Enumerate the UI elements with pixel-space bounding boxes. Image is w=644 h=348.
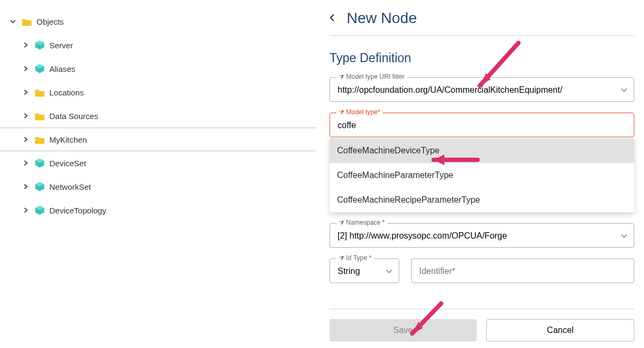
- id-type-input[interactable]: [330, 259, 399, 283]
- model-type-suggestions: CoffeeMachineDeviceType CoffeeMachinePar…: [330, 138, 634, 212]
- namespace-input[interactable]: [330, 224, 634, 247]
- tree-item-label: MyKitchen: [49, 135, 87, 144]
- tree-root-label: Objects: [36, 17, 64, 26]
- suggestion-item[interactable]: CoffeeMachineRecipeParameterType: [330, 188, 634, 212]
- model-type-label-text: Model type*: [346, 108, 380, 116]
- id-type-label: ⧩ Id Type *: [336, 254, 374, 262]
- section-title: Type Definition: [330, 51, 634, 65]
- model-type-input[interactable]: [330, 113, 634, 137]
- chevron-right-icon[interactable]: [19, 206, 32, 214]
- tree-item-label: Data Sources: [49, 112, 98, 121]
- tree-panel: Objects ServerAliasesLocationsData Sourc…: [0, 0, 317, 348]
- chevron-right-icon[interactable]: [19, 159, 32, 167]
- cube-icon: [32, 63, 47, 74]
- cube-icon: [32, 181, 47, 192]
- folder-icon: [32, 87, 47, 97]
- namespace-label-text: Namespace *: [346, 219, 385, 226]
- tree-item[interactable]: Locations: [0, 80, 317, 104]
- save-button[interactable]: Save: [330, 319, 477, 342]
- tree-item-label: Locations: [49, 88, 84, 97]
- model-type-label: ⧩ Model type*: [336, 108, 383, 116]
- filter-icon: ⧩: [339, 255, 344, 262]
- chevron-right-icon[interactable]: [19, 88, 32, 97]
- identifier-field[interactable]: [411, 258, 634, 283]
- tree-item-label: NetworkSet: [49, 182, 91, 191]
- filter-icon: ⧩: [339, 219, 344, 226]
- folder-icon: [32, 111, 47, 121]
- uri-filter-label-text: Model type URI filter: [346, 73, 405, 80]
- chevron-right-icon[interactable]: [19, 64, 32, 73]
- tree-item[interactable]: Server: [0, 33, 317, 57]
- tree-item[interactable]: NetworkSet: [0, 175, 317, 198]
- folder-icon: [19, 17, 34, 26]
- tree-item-label: DeviceSet: [49, 159, 86, 168]
- chevron-right-icon[interactable]: [19, 135, 32, 144]
- filter-icon: ⧩: [339, 73, 344, 80]
- uri-filter-field[interactable]: ⧩ Model type URI filter: [330, 77, 634, 102]
- folder-icon: [32, 135, 47, 144]
- chevron-right-icon[interactable]: [19, 41, 32, 49]
- cube-icon: [32, 158, 47, 168]
- tree-item-label: DeviceTopology: [49, 206, 106, 215]
- tree-item[interactable]: DeviceTopology: [0, 198, 317, 222]
- suggestion-item[interactable]: CoffeeMachineParameterType: [330, 163, 634, 188]
- tree-item[interactable]: Data Sources: [0, 104, 317, 128]
- tree-item-label: Aliases: [49, 64, 75, 73]
- id-type-field[interactable]: ⧩ Id Type *: [330, 258, 399, 283]
- namespace-field[interactable]: ⧩ Namespace *: [330, 223, 634, 248]
- chevron-right-icon[interactable]: [19, 112, 32, 120]
- action-row: Save Cancel: [330, 309, 634, 342]
- identifier-input[interactable]: [412, 259, 634, 283]
- cube-icon: [32, 205, 47, 216]
- tree-root[interactable]: Objects: [0, 10, 317, 33]
- filter-icon: ⧩: [339, 109, 344, 116]
- chevron-right-icon[interactable]: [19, 182, 32, 191]
- tree-item-label: Server: [49, 41, 73, 50]
- back-button[interactable]: [330, 13, 335, 24]
- cancel-button[interactable]: Cancel: [486, 319, 634, 342]
- suggestion-item[interactable]: CoffeeMachineDeviceType: [330, 138, 634, 163]
- tree-item[interactable]: MyKitchen: [0, 128, 317, 151]
- tree-item[interactable]: DeviceSet: [0, 151, 317, 175]
- panel-title: New Node: [347, 10, 417, 27]
- panel-header: New Node: [330, 10, 634, 36]
- cube-icon: [32, 40, 47, 50]
- uri-filter-label: ⧩ Model type URI filter: [336, 73, 407, 80]
- chevron-down-icon[interactable]: [6, 17, 19, 26]
- form-panel: New Node Type Definition ⧩ Model type UR…: [317, 0, 644, 348]
- id-type-label-text: Id Type *: [346, 254, 371, 262]
- uri-filter-input[interactable]: [330, 78, 634, 101]
- model-type-field[interactable]: ⧩ Model type*: [330, 113, 634, 137]
- namespace-label: ⧩ Namespace *: [336, 219, 387, 226]
- id-row: ⧩ Id Type *: [330, 258, 634, 283]
- tree-item[interactable]: Aliases: [0, 57, 317, 80]
